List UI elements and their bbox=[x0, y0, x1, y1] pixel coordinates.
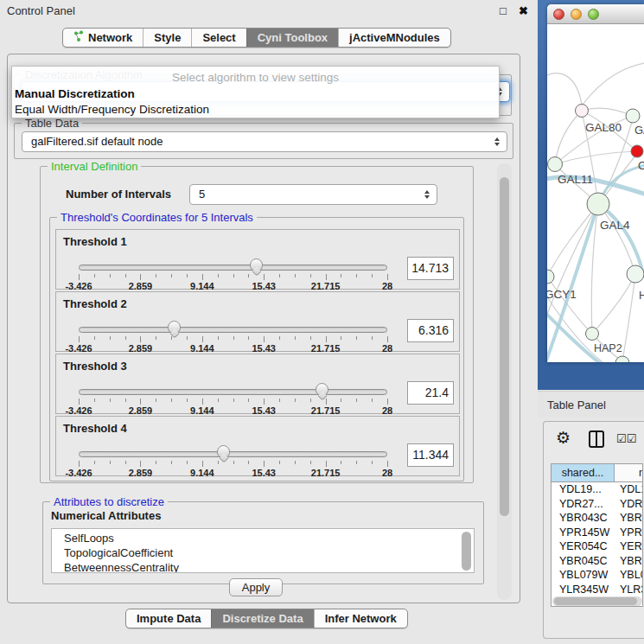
apply-button[interactable]: Apply bbox=[229, 578, 283, 596]
tick-mark bbox=[156, 274, 156, 277]
tick-mark bbox=[94, 274, 95, 277]
tick-mark bbox=[79, 461, 80, 467]
tick-mark bbox=[248, 461, 249, 464]
column-header[interactable]: shared... bbox=[552, 464, 615, 481]
network-canvas[interactable]: GAL80GALCGAL11GAL4GCY1HHAP2 bbox=[547, 24, 644, 362]
list-scrollbar-thumb[interactable] bbox=[462, 532, 471, 571]
tick-mark bbox=[218, 399, 219, 402]
combo-arrows-icon bbox=[494, 137, 500, 146]
vertical-scrollbar-thumb[interactable] bbox=[500, 177, 509, 516]
tab-discretize-data[interactable]: Discretize Data bbox=[211, 609, 313, 628]
tick-mark bbox=[326, 336, 327, 342]
tick-mark bbox=[295, 274, 296, 277]
table-row[interactable]: YDL19...YDL1 bbox=[552, 482, 643, 497]
threshold-label: Threshold 1 bbox=[63, 235, 127, 248]
cyni-toolbox-panel: Discretization Algorithm Table Data galF… bbox=[7, 54, 520, 603]
attribute-list-item[interactable]: BetweennessCentrality bbox=[52, 560, 474, 573]
tick-mark bbox=[279, 399, 280, 402]
tick-mark bbox=[248, 399, 249, 402]
threshold-slider[interactable]: -3.4262.8599.14415.4321.71528 bbox=[79, 386, 387, 413]
threshold-panel: Threshold 2-3.4262.8599.14415.4321.71528… bbox=[55, 291, 460, 352]
float-window-icon[interactable]: □ bbox=[500, 4, 507, 17]
number-of-intervals-spinner[interactable]: 5 bbox=[189, 184, 437, 205]
table-row[interactable]: YBL079WYBL0 bbox=[552, 568, 643, 583]
node-table: shared...na YDL19...YDL1YDR27...YDR2YBR0… bbox=[551, 463, 643, 607]
slider-handle[interactable] bbox=[217, 445, 230, 458]
table-cell: YBL0 bbox=[615, 568, 643, 583]
scale-label: 9.144 bbox=[190, 281, 214, 291]
slider-track[interactable] bbox=[79, 451, 387, 457]
horizontal-scrollbar-thumb[interactable] bbox=[554, 597, 637, 605]
close-icon[interactable]: ✖ bbox=[519, 4, 528, 17]
attributes-group: Attributes to discretize Numerical Attri… bbox=[42, 501, 484, 584]
threshold-panel: Threshold 3-3.4262.8599.14415.4321.71528… bbox=[55, 354, 460, 414]
table-data-combobox[interactable]: galFiltered.sif default node bbox=[22, 131, 507, 152]
checkboxes-icon[interactable]: ☑☑ bbox=[616, 432, 636, 445]
tick-mark bbox=[79, 336, 80, 342]
attribute-list-item[interactable]: SelfLoops bbox=[52, 531, 474, 545]
tick-mark bbox=[248, 336, 249, 340]
tick-mark bbox=[202, 336, 203, 342]
minimize-traffic-light-icon[interactable] bbox=[571, 9, 582, 20]
attributes-list[interactable]: SelfLoopsTopologicalCoefficientBetweenne… bbox=[51, 528, 475, 573]
tab-cyni-toolbox[interactable]: Cyni Toolbox bbox=[246, 29, 338, 47]
tab-network[interactable]: Network bbox=[63, 29, 143, 47]
tick-mark bbox=[94, 461, 95, 464]
scale-label: 2.859 bbox=[129, 405, 153, 416]
close-traffic-light-icon[interactable] bbox=[553, 9, 564, 20]
split-columns-icon[interactable] bbox=[589, 430, 604, 448]
network-window-titlebar[interactable] bbox=[547, 4, 644, 24]
table-row[interactable]: YER054CYER0 bbox=[552, 539, 643, 554]
tick-mark bbox=[140, 399, 141, 405]
threshold-value-field[interactable]: 11.344 bbox=[407, 443, 454, 467]
table-row[interactable]: YLR345WYLR3 bbox=[552, 583, 643, 597]
tick-mark bbox=[372, 336, 373, 340]
tick-mark bbox=[110, 461, 111, 464]
tick-mark bbox=[326, 399, 327, 405]
tick-mark bbox=[187, 274, 188, 277]
dropdown-item[interactable]: Equal Width/Frequency Discretization bbox=[15, 103, 209, 116]
scale-label: 2.859 bbox=[129, 343, 153, 354]
table-row[interactable]: YPR145WYPR1 bbox=[552, 526, 643, 540]
tab-jactivemnodules[interactable]: jActiveMNodules bbox=[338, 29, 450, 47]
threshold-slider[interactable]: -3.4262.8599.14415.4321.71528 bbox=[79, 261, 387, 289]
table-cell: YBR0 bbox=[615, 554, 643, 569]
tab-label: Select bbox=[202, 31, 235, 44]
slider-track[interactable] bbox=[79, 389, 387, 395]
table-row[interactable]: YBR043CYBR0 bbox=[552, 511, 643, 526]
table-row[interactable]: YBR045CYBR0 bbox=[552, 554, 643, 569]
zoom-traffic-light-icon[interactable] bbox=[588, 9, 599, 20]
column-header[interactable]: na bbox=[615, 464, 643, 481]
slider-handle[interactable] bbox=[316, 383, 328, 396]
numerical-attributes-label: Numerical Attributes bbox=[51, 509, 161, 522]
tab-label: Infer Network bbox=[325, 612, 397, 625]
threshold-value-field[interactable]: 14.713 bbox=[407, 257, 454, 280]
slider-handle[interactable] bbox=[168, 321, 181, 334]
threshold-value-field[interactable]: 6.316 bbox=[407, 319, 454, 342]
attribute-list-item[interactable]: TopologicalCoefficient bbox=[52, 545, 474, 560]
tick-mark bbox=[264, 274, 265, 280]
slider-ticks bbox=[79, 399, 387, 405]
table-row[interactable]: YDR27...YDR2 bbox=[552, 497, 643, 512]
tab-impute-data[interactable]: Impute Data bbox=[126, 609, 211, 628]
slider-track[interactable] bbox=[79, 265, 387, 271]
threshold-slider[interactable]: -3.4262.8599.14415.4321.71528 bbox=[79, 323, 387, 351]
tick-mark bbox=[218, 461, 219, 464]
slider-track[interactable] bbox=[79, 327, 387, 333]
table-cell: YLR345W bbox=[552, 583, 615, 597]
horizontal-scrollbar-track[interactable] bbox=[552, 596, 642, 606]
tab-infer-network[interactable]: Infer Network bbox=[314, 609, 407, 628]
threshold-value-field[interactable]: 21.4 bbox=[407, 381, 454, 405]
intervals-value: 5 bbox=[199, 188, 205, 201]
table-cell: YBR045C bbox=[552, 554, 615, 569]
tab-label: Cyni Toolbox bbox=[258, 31, 328, 44]
threshold-slider[interactable]: -3.4262.8599.14415.4321.71528 bbox=[79, 448, 387, 475]
thresholds-group: Threshold's Coordinates for 5 Intervals … bbox=[49, 217, 464, 481]
gear-icon[interactable]: ⚙ bbox=[556, 428, 571, 448]
scale-label: -3.426 bbox=[65, 405, 92, 416]
slider-handle[interactable] bbox=[250, 258, 263, 271]
table-cell: YDL19... bbox=[552, 482, 615, 497]
tab-select[interactable]: Select bbox=[191, 29, 245, 47]
dropdown-item[interactable]: Manual Discretization bbox=[15, 87, 135, 100]
tab-style[interactable]: Style bbox=[143, 29, 191, 47]
